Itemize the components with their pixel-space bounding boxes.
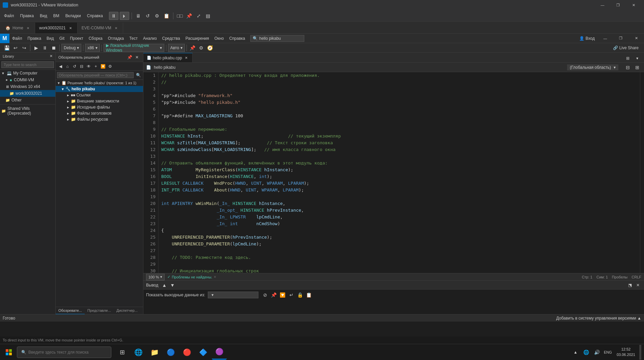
taskbar-vs[interactable]: 🟣 xyxy=(212,345,227,360)
vmware-btn-1[interactable]: ⏸ xyxy=(109,12,118,20)
sol-headers-item[interactable]: ► 📁 Файлы заголовков xyxy=(56,110,143,116)
sol-home-btn[interactable]: ⌂ xyxy=(64,63,71,70)
tray-up-arrow[interactable]: ▲ xyxy=(571,345,580,360)
start-btn[interactable]: ▶ xyxy=(32,44,40,52)
vs-signin[interactable]: 👤 Вход xyxy=(579,36,597,41)
vs-close-btn[interactable]: ✕ xyxy=(628,33,644,43)
output-up-btn[interactable]: ▲ xyxy=(161,282,168,289)
vs-restore-btn[interactable]: ❐ xyxy=(613,33,628,43)
sol-pin-btn[interactable]: 📌 xyxy=(126,54,133,61)
vs-debug-menu[interactable]: Отладка xyxy=(105,34,127,43)
sol-view-btn[interactable]: 👁 xyxy=(85,63,92,70)
vs-git-menu[interactable]: Git xyxy=(57,34,67,43)
vs-analyze-menu[interactable]: Анализ xyxy=(140,34,160,43)
stop-btn[interactable]: ⏹ xyxy=(50,44,58,52)
tree-item-commvm[interactable]: ► ■ COMM-VM xyxy=(0,77,55,83)
taskbar-edge[interactable]: 🌐 xyxy=(131,345,146,360)
vs-test-menu[interactable]: Тест xyxy=(127,34,140,43)
sol-back-btn[interactable]: ◀ xyxy=(57,63,64,70)
vs-view-menu[interactable]: Вид xyxy=(44,34,57,43)
taskbar-app6[interactable]: 🔷 xyxy=(196,345,211,360)
sol-search-btn[interactable]: 🔍 xyxy=(135,72,142,79)
output-clear-btn[interactable]: ⊘ xyxy=(261,291,269,299)
vs-tools-menu[interactable]: Средства xyxy=(160,34,183,43)
minimize-button[interactable]: — xyxy=(595,0,610,10)
close-work-tab[interactable]: ✕ xyxy=(68,25,73,31)
tree-item-mycomputer[interactable]: ▼ 💻 My Computer xyxy=(0,70,55,77)
sol-collapse-btn[interactable]: ⊟ xyxy=(78,63,85,70)
vs-window-menu[interactable]: Окно xyxy=(212,34,226,43)
output-close-btn[interactable]: ✕ xyxy=(635,282,641,289)
output-copy-btn[interactable]: 📋 xyxy=(305,291,313,299)
editor-collapse-btn[interactable]: ⊟ xyxy=(624,63,632,71)
sol-footer-tab-2[interactable]: Диспетчер... xyxy=(114,307,140,314)
sol-footer-tab-1[interactable]: Представле... xyxy=(85,307,114,314)
taskbar-search-bar[interactable]: 🔍 xyxy=(17,347,111,358)
close-evecomm-tab[interactable]: ✕ xyxy=(113,25,119,31)
tree-item-work[interactable]: 📁 work30032021 xyxy=(0,90,55,97)
vmware-btn-10[interactable]: ▤ xyxy=(204,12,212,20)
vertical-scrollbar[interactable] xyxy=(640,72,644,273)
sol-refresh-btn[interactable]: ↺ xyxy=(71,63,78,70)
tray-network-icon[interactable]: 🌐 xyxy=(582,345,591,360)
sol-references-item[interactable]: ► ■■ Ссылки xyxy=(56,92,143,98)
start-debug-btn[interactable]: ▶ Локальный отладчик Windows ▾ xyxy=(104,44,164,52)
start-button[interactable] xyxy=(1,345,16,360)
more-tabs-btn[interactable]: ▾ xyxy=(633,54,641,62)
vs-file-menu[interactable]: Файл xyxy=(9,34,25,43)
sol-project-item[interactable]: ▼ 🔧 hello pikabu xyxy=(56,86,143,92)
add-version-text[interactable]: Добавить в систему управления версиями ▲ xyxy=(556,316,641,321)
browser-tab-evecomm[interactable]: EVE-COMM-VM ✕ xyxy=(78,23,123,33)
library-close-icon[interactable]: ✕ xyxy=(50,54,53,58)
vs-minimize-btn[interactable]: — xyxy=(597,33,613,43)
pause-btn[interactable]: ⏸ xyxy=(41,44,49,52)
vmware-btn-9[interactable]: ⤢ xyxy=(195,12,203,20)
debug-mode-dropdown[interactable]: Debug ▾ xyxy=(61,44,81,52)
sol-footer-tab-3[interactable]: Изменения... xyxy=(140,307,143,314)
output-filter-btn[interactable]: 🔽 xyxy=(279,291,287,299)
scope-selector[interactable]: (Глобальная область) ▾ xyxy=(567,64,618,70)
tree-item-other[interactable]: 📁 Other xyxy=(0,97,55,103)
output-wordwrap-btn[interactable]: ↵ xyxy=(287,291,296,299)
editor-expand-btn[interactable]: ⊞ xyxy=(633,63,641,71)
vmware-help-menu[interactable]: Справка xyxy=(84,10,106,21)
vmware-tabs-menu[interactable]: Вкладки xyxy=(63,10,84,21)
sol-solution-item[interactable]: ▼ 📋 Решение 'hello pikabu' (проектов: 1 … xyxy=(56,80,143,86)
sol-resources-item[interactable]: ► 📁 Файлы ресурсов xyxy=(56,116,143,122)
vmware-btn-7[interactable]: □□ xyxy=(176,12,184,20)
platform-dropdown[interactable]: x86 ▾ xyxy=(85,44,100,52)
sol-settings-btn[interactable]: ⚙ xyxy=(107,63,113,70)
output-down-btn[interactable]: ▼ xyxy=(169,282,176,289)
sol-footer-tab-0[interactable]: Обозревате... xyxy=(56,307,85,314)
vmware-file-menu[interactable]: Файл xyxy=(1,10,17,21)
vs-help-menu[interactable]: Справка xyxy=(226,34,248,43)
auto-dropdown[interactable]: Авто ▾ xyxy=(168,44,185,52)
vmware-edit-menu[interactable]: Правка xyxy=(18,10,37,21)
output-pin-btn[interactable]: 📌 xyxy=(270,291,278,299)
tree-item-sharedvms[interactable]: 📁 Shared VMs (Deprecated) xyxy=(0,105,55,117)
browser-tab-work[interactable]: work30032021 ✕ xyxy=(35,23,78,33)
sol-close-btn[interactable]: ✕ xyxy=(134,54,140,61)
bookmark-btn[interactable]: 📌 xyxy=(189,44,197,52)
tray-volume-icon[interactable]: 🔊 xyxy=(592,345,602,360)
vs-search-input[interactable] xyxy=(259,36,293,41)
settings-btn[interactable]: ⚙ xyxy=(197,44,205,52)
output-source-dropdown[interactable]: ▾ xyxy=(208,292,258,298)
taskbar-task-view[interactable]: ⊞ xyxy=(115,345,130,360)
vmware-btn-8[interactable]: 📌 xyxy=(185,12,193,20)
editor-content[interactable]: 1234567891011121314151617181920212223242… xyxy=(143,72,644,273)
undo-btn[interactable]: ↩ xyxy=(11,44,20,52)
code-editor[interactable]: // hello pikabu.cpp : Определяет точку в… xyxy=(159,72,640,273)
vmware-view-menu[interactable]: Вид xyxy=(37,10,50,21)
nav-btn[interactable]: 🧭 xyxy=(206,44,214,52)
taskbar-search-input[interactable] xyxy=(28,350,103,355)
split-editor-btn[interactable]: ⊞ xyxy=(624,54,632,62)
tray-clock[interactable]: 12:52 03.06.2021 xyxy=(614,347,638,357)
vmware-btn-2[interactable]: ⏵ xyxy=(120,12,129,20)
vmware-btn-3[interactable]: 🖥 xyxy=(134,12,142,20)
browser-tab-home[interactable]: 🏠 Home ✕ xyxy=(1,23,35,33)
vs-search-box[interactable]: 🔍 xyxy=(250,35,304,42)
solution-search-input[interactable] xyxy=(57,72,134,78)
vmware-vm-menu[interactable]: ВМ xyxy=(51,10,62,21)
tray-lang[interactable]: ENG xyxy=(603,345,613,360)
